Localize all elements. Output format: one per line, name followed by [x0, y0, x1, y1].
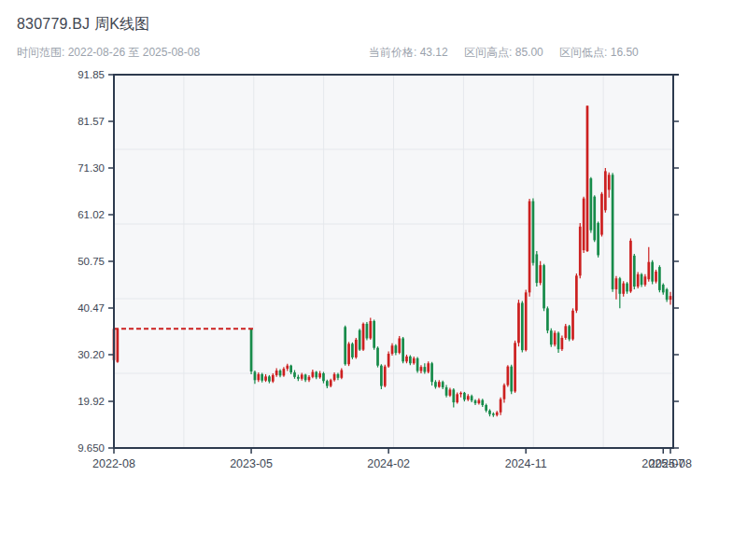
kline-page: 830779.BJ 周K线图 时间范围: 2022-08-26 至 2025-0… [0, 0, 747, 560]
candle-body [322, 373, 325, 381]
candle-body [279, 371, 282, 375]
x-tick-label: 2023-05 [230, 457, 273, 470]
candle-body [575, 275, 578, 310]
candle-body [615, 278, 618, 289]
candle-body [514, 343, 516, 391]
candle-body [622, 284, 625, 294]
candle-body [600, 194, 603, 235]
candle-body [666, 289, 669, 300]
candle-body [586, 105, 589, 251]
y-tick-label: 61.02 [78, 209, 105, 220]
candle-body [517, 303, 520, 343]
candle-body [391, 345, 394, 354]
candle-body [384, 367, 387, 386]
candle-body [571, 311, 574, 340]
candle-body [590, 178, 593, 230]
candle-body [380, 366, 383, 386]
candle-body [395, 345, 398, 353]
y-tick-label: 9.650 [78, 442, 105, 454]
candle-body [402, 338, 404, 361]
candle-body [467, 396, 470, 399]
candle-body [651, 262, 654, 282]
candle-body [312, 371, 315, 376]
y-tick-label: 40.47 [78, 302, 105, 314]
candle-body [344, 327, 346, 364]
candle-body [546, 308, 549, 330]
candle-body [647, 262, 650, 279]
x-tick-label: 2022-08 [92, 457, 135, 470]
candle-body [438, 382, 441, 386]
candle-body [250, 329, 253, 371]
candle-body [618, 278, 621, 294]
candle-body [510, 367, 513, 392]
candle-body [445, 387, 448, 396]
candle-body [272, 375, 275, 382]
candle-body [359, 330, 361, 350]
candle-body [579, 227, 582, 276]
candle-body [337, 374, 340, 378]
kline-chart-svg: 91.8581.5771.3061.0250.7540.4730.2019.92… [0, 0, 747, 560]
candle-body [452, 389, 455, 402]
candle-body [333, 374, 336, 380]
candle-body [286, 366, 289, 369]
candle-body [340, 371, 343, 378]
kline-chart: 91.8581.5771.3061.0250.7540.4730.2019.92… [0, 0, 747, 560]
candle-body [297, 377, 300, 379]
candle-body [289, 366, 292, 372]
candle-body [633, 256, 636, 287]
candle-body [373, 321, 375, 348]
candle-body [315, 371, 317, 377]
candle-body [268, 376, 271, 381]
candle-body [550, 330, 553, 344]
candle-body [669, 296, 672, 300]
candle-body [485, 405, 487, 411]
candle-body [398, 338, 401, 353]
candle-body [612, 175, 614, 289]
candle-body [543, 265, 545, 308]
candle-body [257, 374, 260, 380]
candle-body [557, 333, 560, 350]
candle-body [561, 338, 564, 349]
candle-body [496, 413, 499, 415]
candle-body [413, 358, 416, 363]
candle-body [644, 276, 647, 285]
candle-body [347, 343, 350, 364]
candle-body [525, 292, 528, 350]
candle-body [388, 354, 390, 367]
candle-body [416, 358, 419, 371]
candle-body [318, 373, 321, 377]
candle-body [593, 197, 596, 241]
candle-body [351, 343, 354, 357]
candle-body [529, 202, 531, 293]
candle-body [330, 380, 332, 385]
candle-body [264, 376, 267, 380]
candle-body [662, 285, 665, 292]
candle-body [308, 377, 311, 380]
candle-body [420, 367, 423, 371]
x-tick-label: 2024-11 [505, 457, 547, 470]
candle-body [261, 374, 263, 381]
candle-body [554, 333, 557, 345]
candle-body [427, 363, 430, 371]
candle-body [293, 372, 296, 377]
y-tick-label: 81.57 [78, 116, 105, 127]
candle-body [604, 171, 607, 210]
candle-body [506, 367, 509, 385]
candle-body [456, 394, 458, 402]
candle-body [301, 374, 303, 378]
candle-body [430, 363, 433, 382]
candle-body [275, 371, 278, 375]
candle-body [655, 272, 657, 282]
candle-body [117, 329, 120, 362]
candle-body [463, 393, 466, 399]
candle-body [283, 369, 286, 375]
candle-body [471, 396, 473, 400]
candle-body [503, 385, 506, 399]
candle-body [254, 371, 257, 380]
candle-body [434, 382, 437, 386]
candle-body [629, 241, 632, 292]
candle-body [488, 411, 491, 414]
candle-body [535, 254, 538, 283]
candle-body [597, 223, 599, 256]
candle-body [366, 324, 369, 339]
